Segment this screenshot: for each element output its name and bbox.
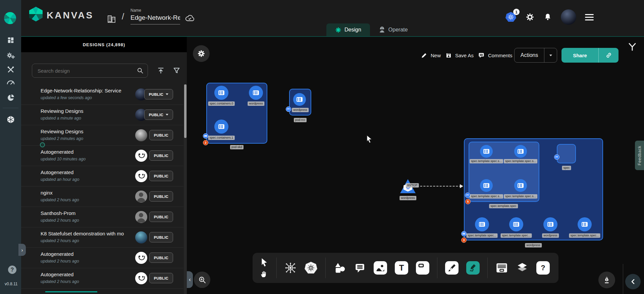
menu-hamburger-icon[interactable] <box>585 14 594 20</box>
actions-label: Actions <box>515 52 544 58</box>
help-button[interactable]: ? <box>8 266 16 274</box>
design-title: Santhosh-Prom <box>41 210 131 216</box>
error-count-badge[interactable]: 2 <box>203 140 208 145</box>
design-list-item[interactable]: nginx updated 2 hours ago PUBLIC <box>21 187 183 207</box>
shapes-tool[interactable] <box>333 262 346 274</box>
visibility-chip[interactable]: PUBLIC <box>149 232 173 242</box>
design-list-scrollbar[interactable] <box>184 84 187 294</box>
sidebar-expand-button[interactable]: › <box>18 244 26 256</box>
actions-button[interactable]: Actions <box>514 48 557 63</box>
visibility-chip[interactable]: PUBLIC <box>149 150 173 161</box>
node-template-container[interactable] <box>480 179 493 192</box>
pen-tool[interactable] <box>445 261 459 275</box>
design-list-item[interactable]: Reviewing Designs updated 2 minutes ago … <box>21 125 183 146</box>
panel-collapse-button[interactable]: ‹ <box>187 271 193 288</box>
name-label: Name <box>130 8 180 13</box>
design-list-item[interactable]: Reviewing Designs updated a minute ago P… <box>21 105 183 125</box>
annotation-pen-button[interactable] <box>598 272 615 288</box>
visibility-chip[interactable]: PUBLIC <box>149 171 173 181</box>
dock-toggle-button[interactable] <box>193 45 210 62</box>
visibility-chip[interactable]: PUBLIC <box>144 89 173 99</box>
sidebar-item-dashboard[interactable] <box>0 34 21 46</box>
organization-icon[interactable] <box>107 13 116 25</box>
tab-operate[interactable]: Operate <box>370 23 417 36</box>
node-template-container[interactable] <box>514 145 527 158</box>
hierarchy-icon[interactable] <box>628 42 637 53</box>
kanvas-hexagon-icon <box>6 115 15 124</box>
node-spec-containers-0[interactable] <box>214 86 228 100</box>
sidebar-item-extensions[interactable] <box>0 92 21 103</box>
collapse-right-button[interactable] <box>625 274 641 289</box>
node-template-container[interactable] <box>514 179 527 192</box>
drawer-tool[interactable] <box>495 262 508 274</box>
visibility-chip[interactable]: PUBLIC <box>149 273 173 283</box>
meshery-logo-icon[interactable] <box>4 12 16 24</box>
component-tool[interactable] <box>284 262 297 274</box>
error-count-badge[interactable]: 3 <box>461 237 467 243</box>
visibility-chip[interactable]: PUBLIC <box>149 130 173 140</box>
design-list-item[interactable]: Autogenerated updated 2 hours ago PUBLIC <box>21 268 183 289</box>
window-tool[interactable] <box>416 261 429 275</box>
kubernetes-tool[interactable] <box>304 262 318 274</box>
comment-tool[interactable] <box>354 262 366 274</box>
design-name-input[interactable] <box>130 13 180 24</box>
group-label: pod-skd <box>230 145 244 149</box>
node-wordpress-container[interactable] <box>249 86 263 100</box>
search-icon[interactable] <box>137 67 144 74</box>
design-list-item[interactable]: Autogenerated updated 10 minutes ago PUB… <box>21 146 183 166</box>
design-list-item[interactable]: Edge-Network-Relationship: Service updat… <box>21 84 183 105</box>
sketch-tool[interactable] <box>466 261 480 275</box>
notifications-bell-icon[interactable] <box>543 12 552 22</box>
layers-tool[interactable] <box>516 262 529 274</box>
zoom-button[interactable] <box>194 272 210 288</box>
tools-icon <box>7 66 15 74</box>
comments-button[interactable]: Comments <box>478 48 513 63</box>
design-list-item[interactable]: Autogenerated updated 2 hours ago PUBLIC <box>21 248 183 268</box>
actions-dropdown-toggle[interactable] <box>544 48 557 62</box>
sidebar-item-toolkit[interactable] <box>0 64 21 75</box>
node-template-container[interactable] <box>509 217 523 231</box>
save-as-button[interactable]: Save As <box>445 48 474 63</box>
design-owner-avatar <box>135 231 147 243</box>
tab-design[interactable]: Design <box>326 23 370 36</box>
filter-funnel-icon[interactable] <box>173 67 180 74</box>
group-spec-template-spec[interactable] <box>469 142 539 202</box>
node-template-container[interactable] <box>480 145 493 158</box>
sidebar-item-kanvas[interactable] <box>0 114 21 125</box>
import-design-icon[interactable] <box>157 67 164 74</box>
design-list-item[interactable]: Autogenerated updated an hour ago PUBLIC <box>21 166 183 187</box>
designs-panel: DESIGNS (24,898) Edge-Network-Relationsh… <box>21 37 187 294</box>
settings-gear-icon[interactable] <box>525 12 535 22</box>
link-icon <box>605 52 612 59</box>
node-template-container[interactable] <box>475 217 489 231</box>
copy-link-button[interactable] <box>598 48 619 63</box>
new-button[interactable]: New <box>421 48 441 63</box>
text-tool[interactable]: T <box>395 261 408 275</box>
design-list-item[interactable]: Santhosh-Prom updated 2 hours ago PUBLIC <box>21 207 183 227</box>
select-cursor-tool[interactable] <box>260 258 269 267</box>
visibility-chip[interactable]: PUBLIC <box>149 191 173 202</box>
share-button[interactable]: Share <box>561 48 619 63</box>
node-template-container[interactable] <box>578 217 592 231</box>
design-search-input[interactable] <box>37 68 137 74</box>
group-spec[interactable] <box>557 144 576 163</box>
node-wordpress-container[interactable] <box>543 217 557 231</box>
image-tool[interactable] <box>374 261 387 275</box>
design-list-item[interactable]: K8 Statefulset demonstration with mo upd… <box>21 227 183 248</box>
visibility-chip[interactable]: PUBLIC <box>149 252 173 263</box>
service-edge[interactable] <box>417 186 461 187</box>
node-label: spec.template.spec.s... <box>470 159 503 163</box>
node-wordpress-container[interactable] <box>293 93 306 106</box>
node-spec-containers-1[interactable] <box>214 120 228 134</box>
design-updated: updated 10 minutes ago <box>41 157 86 161</box>
pan-hand-tool[interactable] <box>260 270 269 278</box>
user-avatar[interactable] <box>561 9 576 25</box>
kubernetes-context-button[interactable]: 1 <box>505 12 517 22</box>
visibility-chip[interactable]: PUBLIC <box>149 212 173 222</box>
feedback-tab[interactable]: Feedback <box>635 141 644 170</box>
error-count-badge[interactable]: 5 <box>465 199 471 204</box>
visibility-chip[interactable]: PUBLIC <box>144 109 173 120</box>
sidebar-item-performance[interactable] <box>0 77 21 88</box>
sidebar-item-lifecycle[interactable] <box>0 50 21 61</box>
help-tool[interactable]: ? <box>536 261 550 275</box>
